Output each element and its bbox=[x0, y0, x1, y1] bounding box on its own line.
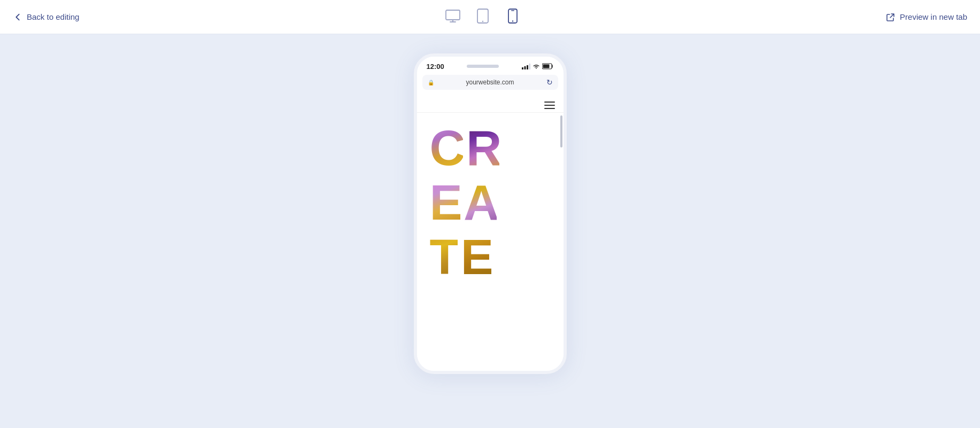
phone-status-icons bbox=[522, 63, 554, 69]
desktop-device-button[interactable] bbox=[445, 9, 460, 26]
phone-frame: 12:00 bbox=[414, 53, 567, 374]
create-row-ea: E A bbox=[430, 178, 555, 227]
mobile-device-button[interactable] bbox=[505, 9, 520, 26]
phone-browser-content: C R E A T E bbox=[417, 94, 564, 371]
wifi-icon bbox=[533, 64, 540, 69]
hamburger-line-3 bbox=[544, 108, 555, 109]
device-switcher bbox=[445, 9, 520, 26]
svg-point-4 bbox=[512, 20, 513, 21]
scrollbar-track bbox=[560, 115, 562, 371]
letter-r: R bbox=[466, 123, 499, 173]
phone-notch bbox=[467, 65, 499, 68]
back-to-editing-label: Back to editing bbox=[27, 12, 79, 21]
chevron-left-icon bbox=[13, 12, 22, 22]
signal-icon bbox=[522, 64, 530, 69]
svg-rect-5 bbox=[511, 10, 514, 11]
svg-point-2 bbox=[482, 20, 483, 21]
letter-t: T bbox=[430, 232, 458, 282]
url-display: yourwebsite.com bbox=[437, 79, 544, 86]
phone-address-bar: 🔒 yourwebsite.com ↻ bbox=[417, 75, 564, 94]
scrollbar-thumb bbox=[560, 115, 562, 147]
phone-nav bbox=[417, 94, 564, 113]
hamburger-menu[interactable] bbox=[544, 102, 555, 109]
svg-rect-7 bbox=[524, 66, 526, 69]
letter-c: C bbox=[430, 123, 463, 173]
topbar: Back to editing Preview in new bbox=[0, 0, 980, 34]
phone-time: 12:00 bbox=[427, 63, 444, 71]
create-row-te: T E bbox=[430, 232, 555, 282]
phone-mockup: 12:00 bbox=[414, 53, 567, 374]
svg-rect-6 bbox=[522, 67, 523, 69]
battery-icon bbox=[542, 63, 554, 69]
letter-e2: E bbox=[461, 232, 491, 282]
svg-rect-9 bbox=[529, 64, 530, 69]
lock-icon: 🔒 bbox=[428, 80, 434, 85]
address-bar: 🔒 yourwebsite.com ↻ bbox=[422, 75, 558, 90]
refresh-button[interactable]: ↻ bbox=[546, 78, 553, 87]
svg-rect-11 bbox=[543, 65, 549, 68]
preview-in-new-tab-label: Preview in new tab bbox=[900, 12, 967, 21]
tablet-device-button[interactable] bbox=[475, 9, 490, 26]
phone-status-bar: 12:00 bbox=[417, 57, 564, 75]
preview-area: 12:00 bbox=[0, 34, 980, 428]
preview-in-new-tab-button[interactable]: Preview in new tab bbox=[886, 12, 967, 22]
create-text-display: C R E A T E bbox=[417, 113, 564, 287]
letter-e: E bbox=[430, 178, 460, 227]
svg-rect-8 bbox=[527, 65, 528, 69]
hamburger-line-2 bbox=[544, 105, 555, 106]
svg-rect-0 bbox=[446, 10, 460, 20]
create-row-cr: C R bbox=[430, 123, 555, 173]
letter-a: A bbox=[464, 178, 497, 227]
hamburger-line-1 bbox=[544, 102, 555, 103]
external-link-icon bbox=[886, 12, 896, 22]
back-to-editing-button[interactable]: Back to editing bbox=[13, 12, 79, 22]
